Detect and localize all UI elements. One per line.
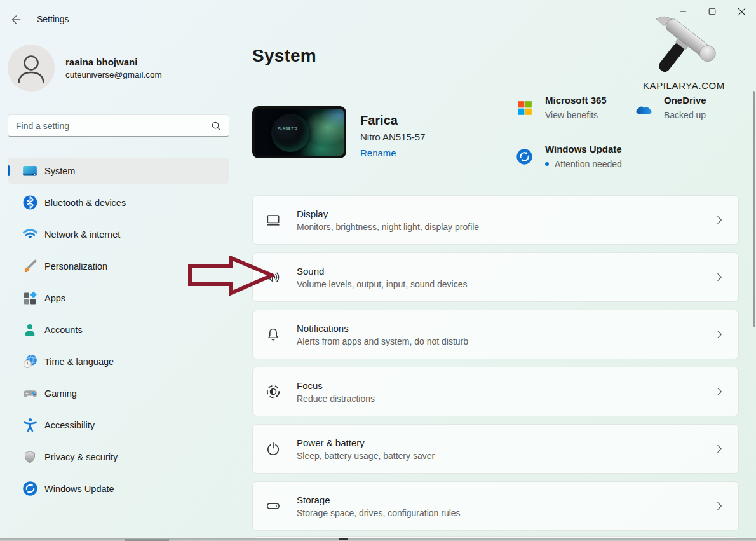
- back-button[interactable]: [6, 11, 24, 28]
- windows-update-tile[interactable]: Windows Update Attention needed: [545, 144, 622, 169]
- account-profile[interactable]: raaina bhojwani cuteuniverse@gmail.com: [8, 45, 162, 92]
- power-icon: [265, 441, 281, 457]
- card-display[interactable]: Display Monitors, brightness, night ligh…: [252, 195, 739, 245]
- watermark-text: KAPILARYA.COM: [643, 80, 732, 91]
- sidebar-item-label: Bluetooth & devices: [44, 198, 126, 208]
- card-sound[interactable]: Sound Volume levels, output, input, soun…: [252, 252, 739, 302]
- onedrive-tile[interactable]: OneDrive Backed up: [664, 95, 706, 120]
- close-button[interactable]: [727, 0, 756, 23]
- rename-link[interactable]: Rename: [360, 147, 396, 158]
- card-subtitle: Volume levels, output, input, sound devi…: [297, 279, 468, 289]
- card-title: Focus: [297, 380, 375, 391]
- sidebar-item-bluetooth-devices[interactable]: Bluetooth & devices: [8, 189, 229, 216]
- sidebar-item-personalization[interactable]: Personalization: [8, 253, 229, 279]
- sidebar-item-time-language[interactable]: Time & language: [8, 348, 229, 374]
- profile-name: raaina bhojwani: [65, 57, 162, 67]
- bluetooth-icon: [22, 195, 38, 211]
- back-arrow-icon: [8, 13, 22, 27]
- paintbrush-icon: [22, 258, 38, 275]
- storage-drive-icon: [265, 498, 281, 514]
- gamepad-icon: [22, 385, 38, 402]
- microsoft-365-icon: [516, 100, 533, 116]
- focus-icon: [265, 383, 281, 400]
- display-icon: [265, 212, 281, 228]
- taskbar-edge: [0, 538, 756, 541]
- card-text: Display Monitors, brightness, night ligh…: [297, 209, 479, 232]
- windows-update-icon: [22, 481, 38, 497]
- sidebar-item-label: Network & internet: [44, 229, 120, 240]
- card-subtitle: Storage space, drives, configuration rul…: [297, 508, 461, 518]
- sidebar-item-label: Apps: [44, 293, 65, 303]
- device-wallpaper-thumbnail: PLANET'S: [252, 106, 346, 158]
- card-text: Notifications Alerts from apps and syste…: [297, 323, 468, 346]
- card-focus[interactable]: Focus Reduce distractions: [252, 367, 739, 416]
- sidebar-item-system[interactable]: System: [8, 158, 229, 184]
- sidebar-item-label: System: [44, 166, 75, 176]
- profile-text: raaina bhojwani cuteuniverse@gmail.com: [65, 57, 162, 79]
- selected-accent-bar: [8, 165, 10, 176]
- onedrive-cloud-icon: [632, 101, 655, 116]
- sidebar-item-network-internet[interactable]: Network & internet: [8, 221, 229, 247]
- attention-text: Attention needed: [555, 159, 622, 169]
- device-model: Nitro AN515-57: [360, 132, 426, 142]
- tile-subtitle: Attention needed: [545, 159, 622, 169]
- card-subtitle: Alerts from apps and system, do not dist…: [297, 336, 468, 346]
- avatar: [8, 45, 55, 92]
- card-title: Storage: [297, 495, 461, 505]
- sidebar-item-apps[interactable]: Apps: [8, 285, 229, 311]
- planet-graphic: [271, 114, 309, 152]
- sidebar-item-label: Accounts: [44, 325, 83, 335]
- search-box: [8, 114, 229, 137]
- scrollbar-thumb[interactable]: [753, 91, 755, 327]
- card-storage[interactable]: Storage Storage space, drives, configura…: [252, 481, 739, 531]
- device-name: Farica: [360, 113, 398, 128]
- windows-update-status-icon: [516, 148, 533, 165]
- sidebar-item-gaming[interactable]: Gaming: [8, 380, 229, 406]
- card-title: Power & battery: [297, 437, 435, 448]
- person-icon: [8, 45, 55, 92]
- card-subtitle: Monitors, brightness, night light, displ…: [297, 222, 479, 232]
- tile-title: Windows Update: [545, 144, 622, 154]
- profile-email: cuteuniverse@gmail.com: [65, 70, 162, 79]
- sidebar-item-label: Accessibility: [44, 420, 95, 430]
- wallpaper-image: PLANET'S: [255, 109, 344, 156]
- search-icon: [210, 120, 229, 132]
- card-title: Display: [297, 209, 479, 219]
- card-subtitle: Sleep, battery usage, battery saver: [297, 451, 435, 461]
- tile-subtitle: View benefits: [545, 110, 607, 120]
- search-input[interactable]: [8, 115, 210, 136]
- close-icon: [738, 8, 746, 16]
- tile-title: Microsoft 365: [545, 95, 607, 106]
- sidebar-nav: System Bluetooth & devices Network & int…: [8, 158, 229, 507]
- card-subtitle: Reduce distractions: [297, 394, 375, 404]
- microsoft-365-tile[interactable]: Microsoft 365 View benefits: [545, 95, 607, 120]
- card-title: Sound: [297, 266, 468, 277]
- accounts-person-icon: [22, 322, 38, 338]
- window-title: Settings: [37, 14, 69, 24]
- tile-subtitle: Backed up: [664, 110, 706, 120]
- chevron-right-icon: [713, 385, 726, 398]
- sidebar-item-accounts[interactable]: Accounts: [8, 317, 229, 343]
- card-power-battery[interactable]: Power & battery Sleep, battery usage, ba…: [252, 424, 739, 474]
- apps-icon: [22, 290, 38, 306]
- wallpaper-logo-text: PLANET'S: [278, 127, 298, 130]
- sidebar-item-accessibility[interactable]: Accessibility: [8, 412, 229, 438]
- chevron-right-icon: [713, 271, 726, 284]
- hammer-watermark-icon: [649, 14, 724, 80]
- chevron-right-icon: [713, 500, 726, 512]
- sidebar-item-windows-update[interactable]: Windows Update: [8, 476, 229, 502]
- sound-icon: [265, 269, 281, 285]
- card-text: Sound Volume levels, output, input, soun…: [297, 266, 468, 289]
- accessibility-person-icon: [22, 417, 38, 434]
- sidebar-item-label: Privacy & security: [44, 452, 118, 462]
- clock-globe-icon: [22, 353, 38, 370]
- card-text: Focus Reduce distractions: [297, 380, 375, 404]
- card-text: Power & battery Sleep, battery usage, ba…: [297, 437, 435, 461]
- sidebar-item-privacy-security[interactable]: Privacy & security: [8, 444, 229, 470]
- chevron-right-icon: [713, 214, 726, 226]
- sidebar-item-label: Time & language: [44, 357, 114, 367]
- chevron-right-icon: [713, 442, 726, 455]
- system-icon: [22, 163, 38, 179]
- tile-title: OneDrive: [664, 95, 706, 106]
- card-notifications[interactable]: Notifications Alerts from apps and syste…: [252, 310, 739, 359]
